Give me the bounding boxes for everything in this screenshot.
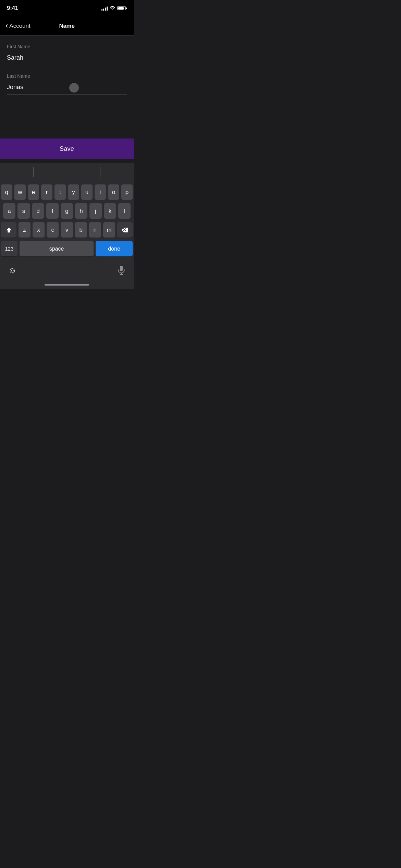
key-z[interactable]: z	[19, 222, 31, 238]
key-g[interactable]: g	[61, 203, 73, 219]
numbers-key-label: 123	[5, 246, 13, 252]
microphone-key[interactable]	[114, 264, 128, 277]
key-n[interactable]: n	[89, 222, 101, 238]
space-key-label: space	[49, 246, 64, 252]
first-name-input[interactable]	[7, 51, 127, 65]
key-u[interactable]: u	[81, 184, 93, 200]
key-l[interactable]: l	[118, 203, 131, 219]
last-name-group: Last Name	[7, 73, 127, 95]
keyboard-bottom-bar: ☺	[0, 261, 134, 280]
key-y[interactable]: y	[68, 184, 79, 200]
last-name-input[interactable]	[7, 81, 127, 95]
delete-key[interactable]	[117, 222, 133, 238]
save-button[interactable]: Save	[0, 138, 134, 159]
key-b[interactable]: b	[75, 222, 87, 238]
toolbar-divider-right	[100, 167, 100, 177]
save-section: Save	[0, 138, 134, 159]
numbers-key[interactable]: 123	[1, 241, 17, 256]
key-row-4: 123 space done	[1, 241, 133, 256]
key-d[interactable]: d	[32, 203, 44, 219]
key-a[interactable]: a	[3, 203, 15, 219]
key-v[interactable]: v	[61, 222, 73, 238]
key-f[interactable]: f	[46, 203, 59, 219]
signal-icon	[101, 6, 108, 11]
keyboard-rows: q w e r t y u i o p a s d f g h j k	[0, 181, 134, 261]
first-name-group: First Name	[7, 44, 127, 65]
key-c[interactable]: c	[47, 222, 59, 238]
space-key[interactable]: space	[20, 241, 94, 256]
key-m[interactable]: m	[103, 222, 115, 238]
key-h[interactable]: h	[75, 203, 87, 219]
emoji-key[interactable]: ☺	[5, 264, 19, 277]
key-r[interactable]: r	[41, 184, 52, 200]
text-cursor-handle	[69, 83, 79, 93]
key-row-3: z x c v b n m	[1, 222, 133, 238]
key-p[interactable]: p	[121, 184, 133, 200]
last-name-row	[7, 81, 127, 95]
key-row-2: a s d f g h j k l	[1, 203, 133, 219]
key-t[interactable]: t	[54, 184, 66, 200]
status-icons	[101, 6, 127, 11]
key-q[interactable]: q	[1, 184, 12, 200]
home-indicator	[0, 280, 134, 289]
status-bar: 9:41	[0, 0, 134, 16]
home-bar	[45, 284, 89, 286]
chevron-left-icon: ‹	[5, 22, 8, 29]
battery-icon	[117, 6, 127, 10]
keyboard: q w e r t y u i o p a s d f g h j k	[0, 163, 134, 289]
page-title: Name	[59, 23, 74, 29]
svg-rect-0	[120, 266, 123, 271]
key-row-1: q w e r t y u i o p	[1, 184, 133, 200]
key-x[interactable]: x	[33, 222, 45, 238]
wifi-icon	[110, 6, 115, 10]
key-e[interactable]: e	[28, 184, 39, 200]
nav-bar: ‹ Account Name	[0, 16, 134, 36]
key-w[interactable]: w	[14, 184, 26, 200]
toolbar-divider-left	[33, 167, 34, 177]
key-o[interactable]: o	[108, 184, 119, 200]
shift-key[interactable]	[1, 222, 16, 238]
first-name-label: First Name	[7, 44, 127, 49]
key-k[interactable]: k	[104, 203, 116, 219]
back-button[interactable]: ‹ Account	[5, 23, 31, 29]
done-key-label: done	[108, 246, 120, 252]
status-time: 9:41	[7, 5, 18, 12]
key-s[interactable]: s	[17, 203, 30, 219]
back-label: Account	[9, 23, 30, 29]
app-container: 9:41 ‹ Account Name	[0, 0, 134, 289]
keyboard-toolbar	[0, 163, 134, 181]
form-content: First Name Last Name	[0, 36, 134, 95]
key-j[interactable]: j	[89, 203, 102, 219]
last-name-label: Last Name	[7, 73, 127, 79]
done-key[interactable]: done	[96, 241, 133, 256]
key-i[interactable]: i	[95, 184, 106, 200]
